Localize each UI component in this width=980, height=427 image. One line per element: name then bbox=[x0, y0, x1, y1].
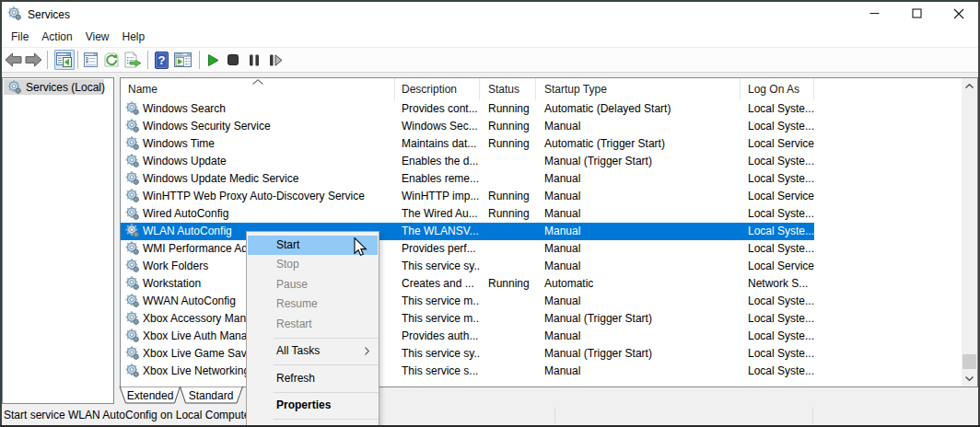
service-row[interactable]: Xbox Live Auth ManagerProvides auth...Ma… bbox=[121, 328, 814, 345]
context-menu-item-all-tasks[interactable]: All Tasks bbox=[248, 341, 378, 362]
vertical-scrollbar[interactable] bbox=[962, 78, 977, 387]
stop-service-button[interactable] bbox=[223, 50, 243, 70]
column-header-log-on-as[interactable]: Log On As bbox=[741, 78, 814, 100]
cell-name: Wired AutoConfig bbox=[121, 205, 395, 223]
services-gear-icon bbox=[125, 259, 141, 273]
service-name: Windows Search bbox=[143, 100, 226, 118]
service-row[interactable]: Windows UpdateEnables the d...Manual (Tr… bbox=[121, 153, 814, 170]
column-header-status[interactable]: Status bbox=[480, 78, 536, 100]
close-icon bbox=[953, 8, 964, 19]
scroll-down-button[interactable] bbox=[962, 371, 977, 387]
cell-log-on-as: Local Syste... bbox=[741, 223, 814, 240]
view-tabs: Extended Standard bbox=[118, 387, 251, 404]
forward-arrow-button[interactable] bbox=[23, 50, 43, 70]
service-name: Windows Time bbox=[143, 135, 215, 153]
cell-status bbox=[480, 328, 536, 345]
column-header-description[interactable]: Description bbox=[395, 78, 480, 100]
stop-service-icon bbox=[228, 54, 239, 65]
help-icon: ? bbox=[155, 52, 169, 69]
service-row[interactable]: Xbox Live Game SaveThis service sy...Man… bbox=[121, 345, 814, 363]
cell-description: Provides auth... bbox=[395, 328, 480, 345]
column-header-startup-type[interactable]: Startup Type bbox=[536, 78, 741, 100]
service-name: Workstation bbox=[143, 275, 201, 293]
show-action-pane-icon bbox=[174, 52, 192, 68]
pause-service-icon bbox=[249, 54, 260, 66]
status-separator bbox=[554, 408, 555, 423]
service-name: WinHTTP Web Proxy Auto-Discovery Service bbox=[143, 188, 365, 205]
chevron-down-icon bbox=[965, 376, 974, 381]
toolbar-separator bbox=[77, 51, 78, 69]
cell-description: The WLANSV... bbox=[395, 223, 480, 240]
service-row[interactable]: WLAN AutoConfigThe WLANSV...ManualLocal … bbox=[121, 223, 814, 240]
cell-status bbox=[480, 258, 536, 275]
service-row[interactable]: WinHTTP Web Proxy Auto-Discovery Service… bbox=[121, 188, 814, 205]
refresh-button[interactable] bbox=[101, 50, 122, 70]
context-menu-item-resume: Resume bbox=[248, 294, 378, 315]
start-service-button[interactable] bbox=[203, 50, 223, 70]
submenu-arrow-icon bbox=[365, 347, 369, 355]
service-name: WWAN AutoConfig bbox=[143, 293, 236, 310]
back-arrow-button[interactable] bbox=[3, 50, 23, 70]
toolbar: ? bbox=[0, 48, 980, 73]
menu-help[interactable]: Help bbox=[116, 28, 152, 46]
context-menu-separator bbox=[274, 392, 379, 393]
service-row[interactable]: Xbox Accessory Management ServiceThis se… bbox=[121, 310, 814, 328]
services-gear-icon bbox=[125, 136, 141, 151]
services-gear-icon bbox=[125, 329, 141, 343]
service-row[interactable]: Windows Update Medic ServiceEnables reme… bbox=[121, 170, 814, 188]
back-arrow-icon bbox=[5, 52, 22, 67]
cell-log-on-as: Local Syste... bbox=[741, 363, 814, 380]
service-row[interactable]: Work FoldersThis service sy...ManualLoca… bbox=[121, 258, 814, 275]
service-row[interactable]: Windows SearchProvides cont...RunningAut… bbox=[121, 100, 814, 118]
cell-description: Windows Sec... bbox=[395, 118, 480, 135]
title-bar: Services bbox=[0, 0, 980, 27]
cell-status bbox=[480, 240, 536, 258]
cell-name: WinHTTP Web Proxy Auto-Discovery Service bbox=[121, 188, 395, 205]
refresh-icon bbox=[103, 52, 120, 68]
tree-item-services-local[interactable]: Services (Local) bbox=[4, 79, 104, 95]
service-row[interactable]: WMI Performance AdapterProvides perf...M… bbox=[121, 240, 814, 258]
cell-name: Windows Security Service bbox=[121, 118, 395, 135]
window-border bbox=[0, 0, 980, 2]
export-list-button[interactable] bbox=[122, 50, 143, 70]
cell-log-on-as: Local Service bbox=[741, 258, 814, 275]
cell-status: Running bbox=[480, 205, 536, 223]
show-console-tree-button[interactable] bbox=[54, 50, 75, 70]
context-menu-item-restart: Restart bbox=[248, 315, 378, 335]
cell-log-on-as: Local Syste... bbox=[741, 118, 814, 135]
minimize-button[interactable] bbox=[853, 0, 895, 27]
export-list-icon bbox=[123, 52, 142, 68]
service-row[interactable]: Windows Security ServiceWindows Sec...Ru… bbox=[121, 118, 814, 135]
status-text: Start service WLAN AutoConfig on Local C… bbox=[4, 409, 253, 421]
service-row[interactable]: Xbox Live Networking ServiceThis service… bbox=[121, 363, 814, 380]
cell-status bbox=[480, 345, 536, 363]
maximize-button[interactable] bbox=[895, 0, 938, 27]
service-row[interactable]: WorkstationCreates and ...RunningAutomat… bbox=[121, 275, 814, 293]
scroll-up-button[interactable] bbox=[962, 78, 977, 94]
context-menu-item-properties[interactable]: Properties bbox=[248, 396, 378, 416]
help-button[interactable]: ? bbox=[151, 50, 171, 70]
service-row[interactable]: Windows TimeMaintains dat...RunningAutom… bbox=[121, 135, 814, 153]
restart-service-button[interactable] bbox=[265, 50, 286, 70]
context-menu: StartStopPauseResumeRestartAll TasksRefr… bbox=[246, 231, 379, 427]
cell-status: Running bbox=[480, 275, 536, 293]
close-button[interactable] bbox=[938, 0, 980, 27]
cell-startup-type: Manual bbox=[536, 223, 741, 240]
cell-log-on-as: Local Syste... bbox=[741, 153, 814, 170]
context-menu-item-refresh[interactable]: Refresh bbox=[248, 369, 378, 389]
cell-description: Provides perf... bbox=[395, 240, 480, 258]
service-row[interactable]: WWAN AutoConfigThis service m...ManualLo… bbox=[121, 293, 814, 310]
show-action-pane-button[interactable] bbox=[173, 50, 193, 70]
menu-action[interactable]: Action bbox=[35, 28, 78, 46]
pause-service-button[interactable] bbox=[244, 50, 264, 70]
properties-button[interactable] bbox=[80, 50, 100, 70]
cell-startup-type: Automatic (Delayed Start) bbox=[536, 100, 741, 118]
cell-status: Running bbox=[480, 135, 536, 153]
cell-startup-type: Manual bbox=[536, 328, 741, 345]
cell-description: This service s... bbox=[395, 363, 480, 380]
scrollbar-thumb[interactable] bbox=[962, 354, 976, 369]
cell-log-on-as: Local Syste... bbox=[741, 240, 814, 258]
menu-view[interactable]: View bbox=[79, 28, 116, 46]
menu-file[interactable]: File bbox=[5, 28, 35, 46]
service-row[interactable]: Wired AutoConfigThe Wired Au...RunningMa… bbox=[121, 205, 814, 223]
